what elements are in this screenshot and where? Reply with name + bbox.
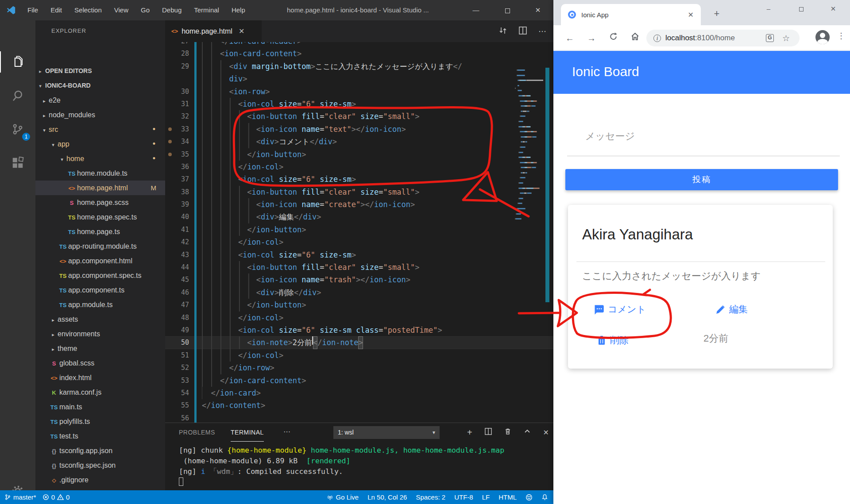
- indentation-status[interactable]: Spaces: 2: [416, 493, 445, 501]
- code-line-40[interactable]: 40 <div>編集</div>: [165, 211, 553, 223]
- more-actions-icon[interactable]: ⋯: [538, 27, 547, 36]
- code-line-32[interactable]: 32 <ion-button fill="clear" size="small"…: [165, 110, 553, 123]
- tab-home-page-html[interactable]: <> home.page.html ✕: [165, 20, 262, 42]
- code-line-43[interactable]: 43 <ion-col size="6" size-sm>: [165, 249, 553, 261]
- close-panel-icon[interactable]: ✕: [543, 428, 549, 437]
- vscode-minimize-button[interactable]: ―: [466, 0, 486, 20]
- kill-terminal-icon[interactable]: [504, 428, 511, 437]
- chrome-close-button[interactable]: ✕: [823, 0, 844, 18]
- bookmark-star-icon[interactable]: ☆: [782, 33, 790, 43]
- code-line-31[interactable]: 31 <ion-col size="6" size-sm>: [165, 98, 553, 110]
- source-control-icon[interactable]: 1: [7, 119, 28, 140]
- chrome-minimize-button[interactable]: –: [758, 0, 779, 18]
- terminal-shell-select[interactable]: 1: wsl▼: [333, 426, 440, 439]
- tree-item-test-ts[interactable]: TStest.ts: [35, 429, 165, 443]
- home-icon[interactable]: [628, 31, 642, 45]
- browser-tab-close-icon[interactable]: ✕: [688, 11, 694, 19]
- browser-tab-ionic-app[interactable]: Ionic App ✕: [561, 4, 701, 25]
- code-line-55[interactable]: 55</ion-content>: [165, 399, 553, 412]
- menu-go[interactable]: Go: [135, 0, 156, 20]
- post-button[interactable]: 投稿: [565, 169, 838, 190]
- code-line-wrap[interactable]: div>: [165, 73, 553, 85]
- reload-icon[interactable]: [606, 31, 620, 45]
- search-icon[interactable]: [7, 85, 28, 106]
- tree-item-environments[interactable]: ▸environments: [35, 327, 165, 341]
- forward-icon[interactable]: →: [584, 31, 599, 45]
- code-line-42[interactable]: 42 </ion-col>: [165, 236, 553, 248]
- project-section[interactable]: ▾IONIC4-BOARD: [35, 78, 165, 93]
- code-line-54[interactable]: 54 </ion-card>: [165, 387, 553, 399]
- code-line-34[interactable]: 34 <div>コメント</div>: [165, 135, 553, 148]
- tree-item-home-page-ts[interactable]: TShome.page.ts: [35, 224, 165, 239]
- code-line-50[interactable]: 50 <ion-note>2分前</ion-note>: [165, 336, 553, 349]
- vscode-maximize-button[interactable]: [497, 0, 518, 20]
- code-line-44[interactable]: 44 <ion-button fill="clear" size="small"…: [165, 261, 553, 273]
- menu-help[interactable]: Help: [225, 0, 251, 20]
- split-editor-icon[interactable]: [519, 27, 527, 36]
- tree-item-angular-json[interactable]: {}angular.json: [35, 487, 165, 490]
- profile-avatar[interactable]: [815, 30, 830, 44]
- tree-item-app[interactable]: ▾app•: [35, 137, 165, 151]
- tree-item-app-component-ts[interactable]: TSapp.component.ts: [35, 283, 165, 297]
- vscode-close-button[interactable]: ✕: [528, 0, 548, 20]
- git-branch-status[interactable]: master*: [4, 493, 36, 501]
- tree-item-home-module-ts[interactable]: TShome.module.ts: [35, 166, 165, 181]
- code-line-41[interactable]: 41 </ion-button>: [165, 223, 553, 236]
- tree-item-karma-conf-js[interactable]: Kkarma.conf.js: [35, 385, 165, 400]
- site-info-icon[interactable]: i: [653, 35, 661, 42]
- tree-item-assets[interactable]: ▸assets: [35, 312, 165, 327]
- code-line-45[interactable]: 45 <ion-icon name="trash"></ion-icon>: [165, 273, 553, 286]
- code-line-27[interactable]: 27 </ion-card-header>: [165, 42, 553, 47]
- comment-button[interactable]: コメント: [593, 303, 646, 315]
- code-line-48[interactable]: 48 </ion-col>: [165, 312, 553, 324]
- tree-item-e2e[interactable]: ▸e2e: [35, 93, 165, 108]
- code-line-52[interactable]: 52 </ion-row>: [165, 362, 553, 374]
- code-line-49[interactable]: 49 <ion-col size="6" size-sm class="post…: [165, 324, 553, 336]
- address-bar[interactable]: i localhost:8100/home G ☆: [646, 30, 800, 46]
- encoding-status[interactable]: UTF-8: [454, 493, 473, 501]
- code-line-51[interactable]: 51 </ion-col>: [165, 349, 553, 362]
- feedback-smiley-icon[interactable]: [525, 494, 533, 501]
- split-terminal-icon[interactable]: [485, 428, 492, 437]
- new-terminal-icon[interactable]: +: [467, 427, 472, 438]
- new-tab-button[interactable]: +: [709, 6, 724, 21]
- code-line-33[interactable]: 33 <ion-icon name="text"></ion-icon>: [165, 123, 553, 135]
- code-line-39[interactable]: 39 <ion-icon name="create"></ion-icon>: [165, 198, 553, 211]
- code-line-35[interactable]: 35 </ion-button>: [165, 148, 553, 161]
- menu-file[interactable]: File: [21, 0, 44, 20]
- message-input[interactable]: メッセージ: [585, 130, 635, 143]
- tab-terminal[interactable]: TERMINAL: [231, 423, 264, 442]
- scrollbar-modified-marker[interactable]: [545, 68, 549, 302]
- tree-item-home-page-html[interactable]: <>home.page.htmlM: [35, 181, 165, 195]
- code-line-38[interactable]: 38 <ion-button fill="clear" size="small"…: [165, 186, 553, 198]
- code-editor[interactable]: 27 </ion-card-header>28 <ion-card-conten…: [165, 42, 553, 423]
- code-line-28[interactable]: 28 <ion-card-content>: [165, 47, 553, 60]
- edit-button[interactable]: 編集: [715, 303, 748, 315]
- terminal-output[interactable]: [ng] chunk {home-home-module} home-home-…: [179, 445, 504, 488]
- menu-debug[interactable]: Debug: [156, 0, 188, 20]
- tree-item--gitignore[interactable]: ⬦.gitignore: [35, 473, 165, 487]
- tree-item-app-module-ts[interactable]: TSapp.module.ts: [35, 297, 165, 312]
- language-mode-status[interactable]: HTML: [498, 493, 517, 501]
- tab-problems[interactable]: PROBLEMS: [179, 423, 215, 442]
- tree-item-app-component-html[interactable]: <>app.component.html: [35, 254, 165, 268]
- tree-item-app-component-spec-ts[interactable]: TSapp.component.spec.ts: [35, 268, 165, 283]
- code-line-46[interactable]: 46 <div>削除</div>: [165, 286, 553, 299]
- menu-terminal[interactable]: Terminal: [188, 0, 225, 20]
- code-line-37[interactable]: 37 <ion-col size="6" size-sm>: [165, 173, 553, 185]
- tree-item-polyfills-ts[interactable]: TSpolyfills.ts: [35, 414, 165, 429]
- notifications-bell-icon[interactable]: [541, 494, 548, 500]
- problems-status[interactable]: 0 0: [42, 493, 70, 501]
- go-live-button[interactable]: Go Live: [327, 493, 359, 501]
- tree-item-global-scss[interactable]: Sglobal.scss: [35, 356, 165, 370]
- translate-icon[interactable]: G: [766, 34, 774, 42]
- extensions-icon[interactable]: [7, 152, 28, 173]
- panel-more-icon[interactable]: ⋯: [283, 423, 291, 441]
- maximize-panel-icon[interactable]: [524, 428, 531, 437]
- tree-item-home-page-spec-ts[interactable]: TShome.page.spec.ts: [35, 210, 165, 224]
- tree-item-home-page-scss[interactable]: Shome.page.scss: [35, 195, 165, 210]
- browser-menu-icon[interactable]: ⋮: [837, 31, 846, 41]
- menu-view[interactable]: View: [108, 0, 135, 20]
- tree-item-tsconfig-spec-json[interactable]: {}tsconfig.spec.json: [35, 458, 165, 473]
- back-icon[interactable]: ←: [563, 31, 577, 45]
